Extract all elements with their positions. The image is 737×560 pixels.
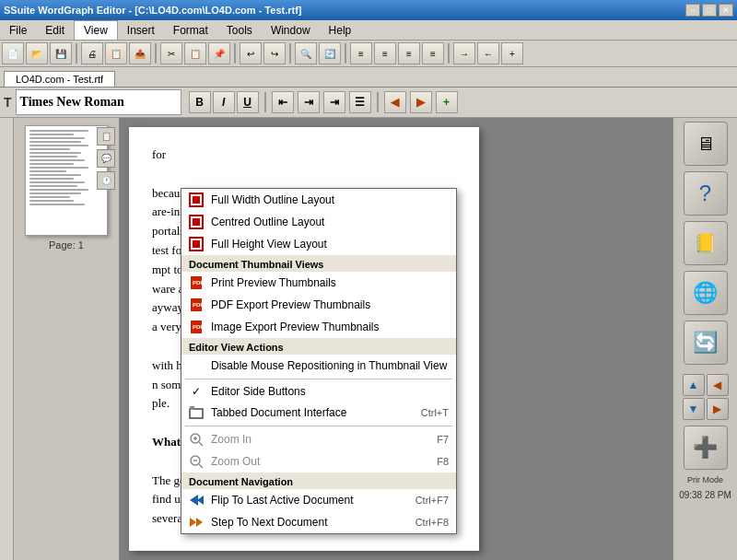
redo-button[interactable]: ↪ xyxy=(263,42,286,64)
replace-button[interactable]: 🔄 xyxy=(319,42,341,64)
tab-document[interactable]: LO4D.com - Test.rtf xyxy=(4,71,115,87)
rs-notes-btn[interactable]: 📒 xyxy=(684,221,728,265)
thumb-action-btn1[interactable]: 📋 xyxy=(97,127,115,146)
indent-button[interactable]: → xyxy=(453,42,475,64)
menu-full-height[interactable]: Full Height View Layout xyxy=(181,233,456,255)
dd-sep2 xyxy=(185,426,452,426)
underline-button[interactable]: U xyxy=(237,91,259,113)
menu-help[interactable]: Help xyxy=(320,20,361,40)
print-button[interactable]: 🖨 xyxy=(81,42,103,64)
menu-centred-outline[interactable]: Centred Outline Layout xyxy=(181,211,456,233)
cut-button[interactable]: ✂ xyxy=(160,42,182,64)
menu-view[interactable]: View xyxy=(74,20,118,40)
rs-prev-btn[interactable]: ◀ xyxy=(707,374,729,396)
copy-button[interactable]: 📋 xyxy=(184,42,206,64)
rs-next-btn[interactable]: ▶ xyxy=(707,398,729,420)
window-controls: − □ ✕ xyxy=(685,4,733,17)
thumb-action-btn3[interactable]: 🕐 xyxy=(97,171,115,190)
open-button[interactable]: 📂 xyxy=(26,42,48,64)
justify-button[interactable]: ≡ xyxy=(422,42,444,64)
pdf-thumb-icon: PDF xyxy=(189,298,204,312)
menu-insert[interactable]: Insert xyxy=(118,20,164,40)
outdent-button[interactable]: ← xyxy=(477,42,499,64)
rs-monitor-btn[interactable]: 🖥 xyxy=(684,122,728,166)
find-button[interactable]: 🔍 xyxy=(295,42,317,64)
pdf-button[interactable]: 📋 xyxy=(105,42,127,64)
menu-file[interactable]: File xyxy=(0,20,36,40)
thumb-views-header: Document Thumbnail Views xyxy=(181,255,456,272)
rs-add-btn[interactable]: ➕ xyxy=(684,426,728,470)
toolbar-sep4 xyxy=(289,43,291,64)
print-thumb-label: Print Preview Thumbnails xyxy=(211,276,336,289)
menu-step-next[interactable]: Step To Next Document Ctrl+F8 xyxy=(181,511,456,533)
menu-format[interactable]: Format xyxy=(164,20,217,40)
rs-help-btn[interactable]: ? xyxy=(684,171,728,216)
new-button[interactable]: 📄 xyxy=(2,42,24,64)
window-title: SSuite WordGraph Editor - [C:\LO4D.com\L… xyxy=(4,5,302,16)
svg-rect-3 xyxy=(193,218,200,226)
menu-pdf-thumb[interactable]: PDF PDF Export Preview Thumbnails xyxy=(181,294,456,316)
minimize-button[interactable]: − xyxy=(685,4,700,17)
title-bar: SSuite WordGraph Editor - [C:\LO4D.com\L… xyxy=(0,0,737,20)
close-button[interactable]: ✕ xyxy=(719,4,733,17)
zoom-out-icon xyxy=(189,454,204,469)
dd-sep1 xyxy=(185,379,452,379)
bold-button[interactable]: B xyxy=(189,91,211,113)
save-button[interactable]: 💾 xyxy=(50,42,72,64)
justify-btn2[interactable]: ☰ xyxy=(349,91,371,113)
menu-window[interactable]: Window xyxy=(262,20,320,40)
undo-button[interactable]: ↩ xyxy=(240,42,262,64)
page-label: Page: 1 xyxy=(49,239,84,251)
menu-tabbed-doc[interactable]: Tabbed Document Interface Ctrl+T xyxy=(181,402,456,424)
align-left-button[interactable]: ≡ xyxy=(350,42,372,64)
flip-last-shortcut: Ctrl+F7 xyxy=(415,495,449,506)
left-sidebar xyxy=(0,118,14,560)
align-left-btn2[interactable]: ⇤ xyxy=(272,91,294,113)
menu-editor-side[interactable]: ✓ Editor Side Buttons xyxy=(181,381,456,402)
page-thumbnail[interactable] xyxy=(25,125,108,236)
toolbar-sep2 xyxy=(155,43,157,64)
menu-full-width[interactable]: Full Width Outline Layout xyxy=(181,189,456,211)
outdent-btn2[interactable]: ◀ xyxy=(384,91,406,113)
svg-line-15 xyxy=(199,442,203,446)
rs-down-btn[interactable]: ▼ xyxy=(683,398,705,420)
align-center-btn2[interactable]: ⇥ xyxy=(298,91,320,113)
menu-zoom-in[interactable]: Zoom In F7 xyxy=(181,428,456,450)
align-center-button[interactable]: ≡ xyxy=(374,42,396,64)
paste-button[interactable]: 📌 xyxy=(208,42,230,64)
font-type-icon: T xyxy=(4,95,12,110)
svg-text:PDF: PDF xyxy=(193,302,204,308)
menu-edit[interactable]: Edit xyxy=(36,20,74,40)
toolbar-sep1 xyxy=(76,43,77,64)
menu-zoom-out[interactable]: Zoom Out F8 xyxy=(181,450,456,472)
extra-btn[interactable]: + xyxy=(436,91,458,113)
italic-button[interactable]: I xyxy=(213,91,235,113)
menu-disable-mouse[interactable]: Disable Mouse Repositioning in Thumbnail… xyxy=(181,355,456,377)
indent-btn2[interactable]: ▶ xyxy=(410,91,432,113)
svg-rect-12 xyxy=(190,409,203,418)
pdf-thumb-label: PDF Export Preview Thumbnails xyxy=(211,298,370,311)
menu-print-thumb[interactable]: PDF Print Preview Thumbnails xyxy=(181,272,456,294)
rs-up-btn[interactable]: ▲ xyxy=(683,374,705,396)
step-next-icon xyxy=(189,515,204,530)
format-buttons: B I U xyxy=(189,91,259,113)
align-right-btn2[interactable]: ⇥ xyxy=(323,91,345,113)
font-name-display: Times New Roman xyxy=(20,95,124,110)
align-right-button[interactable]: ≡ xyxy=(398,42,420,64)
toolbar-sep6 xyxy=(448,43,450,64)
menu-flip-last[interactable]: Flip To Last Active Document Ctrl+F7 xyxy=(181,489,456,511)
tabbed-doc-label: Tabbed Document Interface xyxy=(211,406,346,419)
menu-image-thumb[interactable]: PDF Image Export Preview Thumbnails xyxy=(181,316,456,338)
tab-bar: LO4D.com - Test.rtf xyxy=(0,67,737,88)
menu-bar: File Edit View Insert Format Tools Windo… xyxy=(0,20,737,41)
thumb-action-btn2[interactable]: 💬 xyxy=(97,149,115,168)
font-name-selector[interactable]: Times New Roman xyxy=(16,89,181,115)
disable-mouse-icon xyxy=(189,358,204,373)
maximize-button[interactable]: □ xyxy=(702,4,717,17)
export-button[interactable]: 📤 xyxy=(129,42,151,64)
rs-refresh-btn[interactable]: 🔄 xyxy=(684,321,728,365)
step-next-label: Step To Next Document xyxy=(211,516,328,529)
menu-tools[interactable]: Tools xyxy=(217,20,262,40)
rs-network-btn[interactable]: 🌐 xyxy=(684,271,728,315)
zoom-plus-button[interactable]: + xyxy=(501,42,523,64)
